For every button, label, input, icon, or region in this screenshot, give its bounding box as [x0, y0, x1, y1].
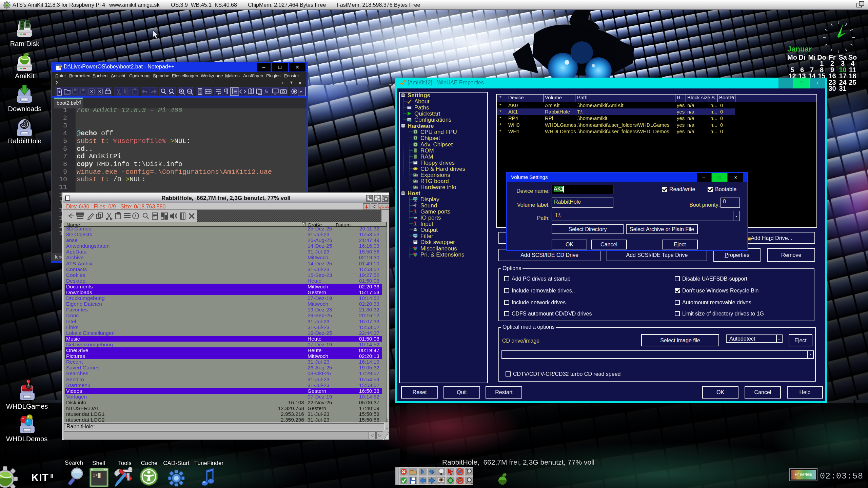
svg-text:»: »	[299, 89, 302, 94]
svg-text:fx: fx	[264, 89, 268, 94]
svg-text:1>█: 1>█	[93, 473, 101, 478]
svg-text:i: i	[135, 214, 136, 219]
